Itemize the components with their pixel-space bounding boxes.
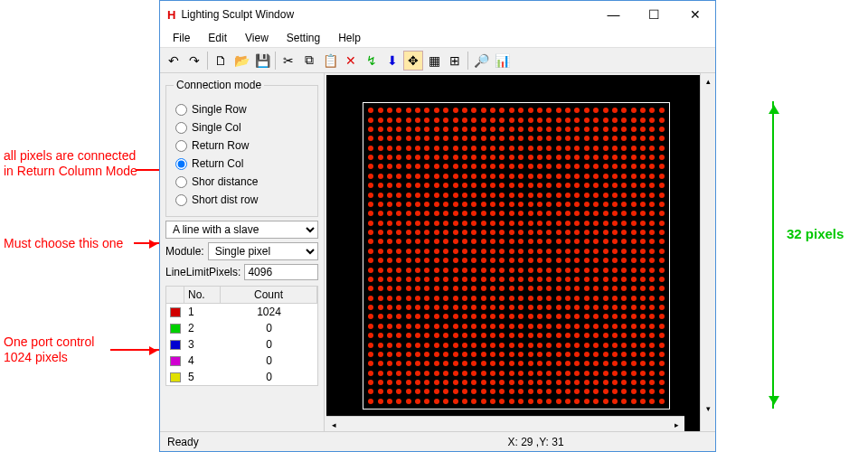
paste-icon[interactable]: 📋 bbox=[320, 51, 340, 71]
scroll-right-icon[interactable]: ▸ bbox=[669, 417, 684, 431]
module-label: Module: bbox=[165, 245, 204, 258]
maximize-button[interactable]: ☐ bbox=[634, 1, 675, 28]
radio-return-col[interactable]: Return Col bbox=[174, 155, 310, 173]
sidebar-panel: Connection mode Single Row Single Col Re… bbox=[160, 73, 325, 431]
toolbar: ↶ ↷ 🗋 📂 💾 ✂ ⧉ 📋 ✕ ↯ ⬇ ✥ ▦ ⊞ 🔎 📊 bbox=[160, 48, 715, 73]
ports-header-count: Count bbox=[221, 287, 317, 303]
canvas-background[interactable] bbox=[326, 75, 700, 431]
status-ready: Ready bbox=[167, 436, 508, 448]
connection-mode-group: Connection mode Single Row Single Col Re… bbox=[165, 79, 318, 217]
cut-icon[interactable]: ✂ bbox=[278, 51, 298, 71]
status-coords: X: 29 ,Y: 31 bbox=[508, 436, 708, 448]
tool-down-icon[interactable]: ⬇ bbox=[382, 51, 402, 71]
grid2-icon[interactable]: ⊞ bbox=[445, 51, 465, 71]
find-icon[interactable]: 🔎 bbox=[471, 51, 491, 71]
scroll-left-icon[interactable]: ◂ bbox=[326, 417, 342, 431]
minimize-button[interactable]: — bbox=[593, 1, 634, 28]
tool-arrow-icon[interactable]: ↯ bbox=[362, 51, 382, 71]
scroll-up-icon[interactable]: ▴ bbox=[701, 73, 715, 89]
dimension-height-line bbox=[772, 101, 774, 409]
statusbar: Ready X: 29 ,Y: 31 bbox=[160, 431, 715, 451]
annotation-arrow-3 bbox=[110, 349, 161, 351]
app-window: H Lighting Sculpt Window — ☐ ✕ File Edit… bbox=[159, 0, 716, 452]
module-select[interactable]: Single pixel bbox=[208, 242, 318, 260]
slave-select[interactable]: A line with a slave bbox=[165, 221, 318, 239]
radio-single-col[interactable]: Single Col bbox=[174, 118, 310, 137]
table-row[interactable]: 40 bbox=[166, 353, 317, 369]
copy-icon[interactable]: ⧉ bbox=[299, 51, 319, 71]
undo-icon[interactable]: ↶ bbox=[164, 51, 184, 71]
ports-table: No. Count 1102420304050 bbox=[165, 286, 318, 386]
line-limit-label: LineLimitPixels: bbox=[165, 266, 241, 278]
canvas-area: ◂ ▸ ▴ ▾ bbox=[325, 73, 715, 431]
delete-icon[interactable]: ✕ bbox=[341, 51, 361, 71]
ports-header-no: No. bbox=[184, 287, 221, 303]
line-limit-input[interactable] bbox=[244, 264, 318, 280]
menu-file[interactable]: File bbox=[165, 30, 197, 46]
horizontal-scrollbar[interactable]: ◂ ▸ bbox=[326, 416, 684, 431]
open-icon[interactable]: 📂 bbox=[231, 51, 251, 71]
window-title: Lighting Sculpt Window bbox=[181, 8, 593, 21]
radio-single-row[interactable]: Single Row bbox=[174, 100, 310, 118]
annotation-return-col: all pixels are connected in Return Colum… bbox=[4, 148, 137, 179]
menubar: File Edit View Setting Help bbox=[160, 28, 715, 48]
menu-setting[interactable]: Setting bbox=[279, 30, 327, 46]
save-icon[interactable]: 💾 bbox=[252, 51, 272, 71]
pixel-grid[interactable] bbox=[363, 102, 670, 410]
radio-short-dist-row[interactable]: Short dist row bbox=[174, 191, 310, 209]
new-icon[interactable]: 🗋 bbox=[211, 51, 231, 71]
table-row[interactable]: 30 bbox=[166, 336, 317, 353]
redo-icon[interactable]: ↷ bbox=[184, 51, 204, 71]
radio-short-distance[interactable]: Shor distance bbox=[174, 173, 310, 191]
menu-help[interactable]: Help bbox=[331, 30, 368, 46]
annotation-choose-this: Must choose this one bbox=[4, 236, 123, 251]
radio-return-row[interactable]: Return Row bbox=[174, 137, 310, 155]
app-icon: H bbox=[167, 8, 175, 22]
vertical-scrollbar[interactable]: ▴ ▾ bbox=[700, 73, 715, 431]
connection-mode-title: Connection mode bbox=[174, 79, 264, 91]
scroll-down-icon[interactable]: ▾ bbox=[701, 400, 715, 416]
dimension-height-label: 32 pixels bbox=[787, 226, 844, 241]
titlebar: H Lighting Sculpt Window — ☐ ✕ bbox=[160, 1, 715, 28]
menu-edit[interactable]: Edit bbox=[201, 30, 234, 46]
close-button[interactable]: ✕ bbox=[675, 1, 715, 28]
tool-move-icon[interactable]: ✥ bbox=[403, 51, 423, 71]
table-row[interactable]: 11024 bbox=[166, 304, 317, 320]
table-row[interactable]: 20 bbox=[166, 320, 317, 336]
annotation-arrow-2 bbox=[134, 242, 161, 244]
table-row[interactable]: 50 bbox=[166, 369, 317, 385]
annotation-port-count: One port control 1024 pixels bbox=[4, 334, 94, 365]
menu-view[interactable]: View bbox=[238, 30, 276, 46]
chart-icon[interactable]: 📊 bbox=[492, 51, 512, 71]
grid1-icon[interactable]: ▦ bbox=[424, 51, 444, 71]
